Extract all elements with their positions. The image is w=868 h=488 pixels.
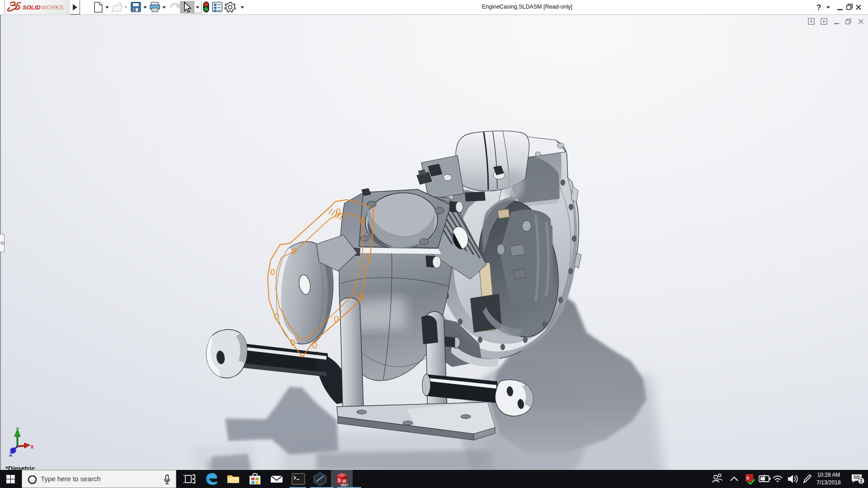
svg-text:?: ?	[816, 3, 821, 12]
svg-text:S: S	[746, 476, 749, 480]
svg-text:2017: 2017	[341, 483, 348, 487]
svg-text:WORKS: WORKS	[41, 4, 63, 11]
svg-text:SOLID: SOLID	[23, 4, 41, 11]
svg-text:2: 2	[860, 478, 863, 483]
svg-text:S: S	[338, 478, 341, 483]
